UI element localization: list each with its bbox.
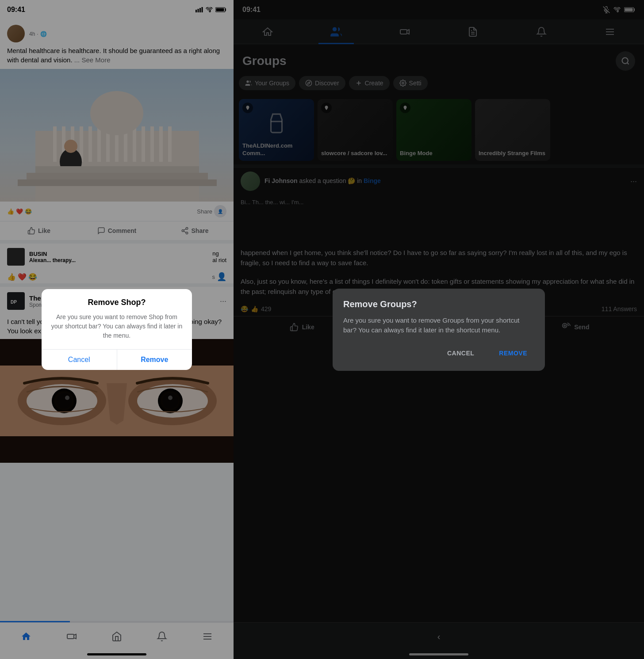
- modal-box-right: Remove Groups? Are you sure you want to …: [333, 289, 545, 371]
- modal-body-left: Are you sure you want to remove Shop fro…: [50, 312, 183, 340]
- modal-title-right: Remove Groups?: [343, 299, 534, 309]
- modal-title-left: Remove Shop?: [50, 298, 183, 307]
- modal-actions-left: Cancel Remove: [42, 349, 192, 370]
- modal-confirm-left[interactable]: Remove: [117, 350, 192, 370]
- modal-confirm-right[interactable]: REMOVE: [492, 346, 534, 360]
- right-panel: 09:41 Groups: [234, 0, 644, 659]
- modal-actions-right: CANCEL REMOVE: [343, 346, 534, 360]
- left-panel: 09:41 4h · 🌐 Mental healthcare is: [0, 0, 234, 659]
- modal-overlay-left: Remove Shop? Are you sure you want to re…: [0, 0, 234, 659]
- modal-body-right: Are you sure you want to remove Groups f…: [343, 316, 534, 335]
- modal-box-left: Remove Shop? Are you sure you want to re…: [42, 289, 192, 370]
- modal-overlay-right: Remove Groups? Are you sure you want to …: [234, 0, 644, 659]
- modal-cancel-left[interactable]: Cancel: [42, 350, 117, 370]
- modal-cancel-right[interactable]: CANCEL: [440, 346, 481, 360]
